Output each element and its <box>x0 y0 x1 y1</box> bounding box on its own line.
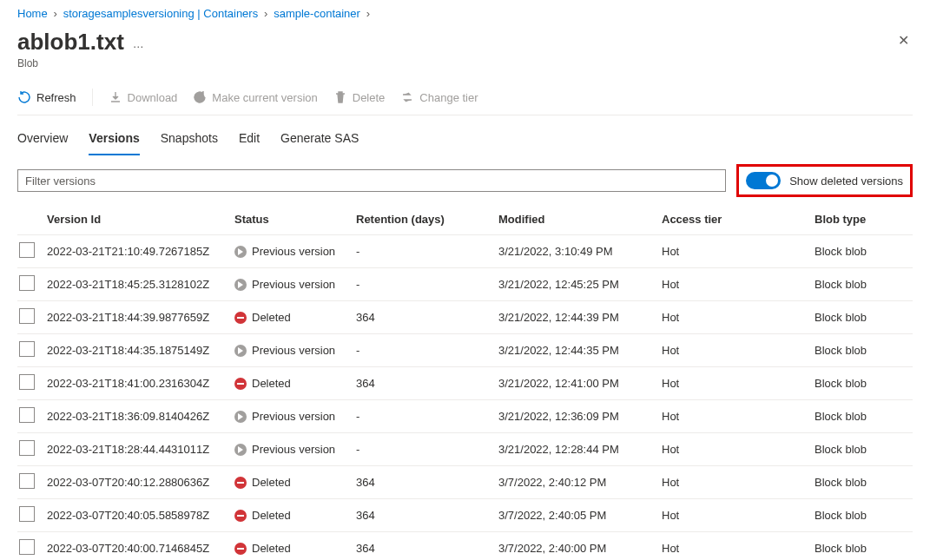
refresh-button[interactable]: Refresh <box>17 90 76 104</box>
tab-overview[interactable]: Overview <box>17 128 68 155</box>
cell-status: Deleted <box>234 466 356 499</box>
cell-retention: 364 <box>356 367 498 400</box>
breadcrumb-home[interactable]: Home <box>17 7 48 20</box>
cell-modified: 3/21/2022, 12:41:00 PM <box>498 367 662 400</box>
col-access-tier[interactable]: Access tier <box>662 204 815 235</box>
cell-status: Previous version <box>234 235 356 268</box>
cell-retention: 364 <box>356 301 498 334</box>
previous-version-icon <box>234 279 247 291</box>
resource-type: Blob <box>17 57 913 82</box>
row-checkbox[interactable] <box>19 473 35 489</box>
cell-version-id: 2022-03-21T21:10:49.7267185Z <box>47 235 234 268</box>
show-deleted-highlight: Show deleted versions <box>736 164 913 197</box>
filter-versions-input[interactable] <box>17 169 726 192</box>
cell-access-tier: Hot <box>662 433 815 466</box>
cell-access-tier: Hot <box>662 499 815 532</box>
delete-label: Delete <box>353 91 386 104</box>
row-checkbox[interactable] <box>19 341 35 357</box>
show-deleted-toggle[interactable] <box>746 172 781 189</box>
table-row[interactable]: 2022-03-21T18:44:39.9877659ZDeleted3643/… <box>17 301 913 334</box>
col-version-id[interactable]: Version Id <box>47 204 234 235</box>
breadcrumb-storage[interactable]: storagesamplesversioning | Containers <box>63 7 259 20</box>
col-retention[interactable]: Retention (days) <box>356 204 498 235</box>
row-checkbox[interactable] <box>19 374 35 390</box>
more-icon[interactable]: … <box>133 29 145 50</box>
cell-retention: - <box>356 334 498 367</box>
cell-status: Previous version <box>234 334 356 367</box>
tab-snapshots[interactable]: Snapshots <box>161 128 218 155</box>
previous-version-icon <box>234 345 247 357</box>
table-row[interactable]: 2022-03-21T18:36:09.8140426ZPrevious ver… <box>17 400 913 433</box>
cell-modified: 3/21/2022, 12:36:09 PM <box>498 400 662 433</box>
make-current-icon <box>193 90 207 104</box>
cell-modified: 3/21/2022, 12:45:25 PM <box>498 268 662 301</box>
cell-modified: 3/7/2022, 2:40:05 PM <box>498 499 662 532</box>
toolbar: Refresh Download Make current version De… <box>17 82 913 115</box>
make-current-button: Make current version <box>193 90 317 104</box>
delete-icon <box>333 90 347 104</box>
cell-retention: 364 <box>356 532 498 561</box>
cell-retention: 364 <box>356 466 498 499</box>
cell-retention: - <box>356 400 498 433</box>
cell-modified: 3/7/2022, 2:40:00 PM <box>498 532 662 561</box>
cell-access-tier: Hot <box>662 268 815 301</box>
cell-access-tier: Hot <box>662 235 815 268</box>
cell-version-id: 2022-03-07T20:40:00.7146845Z <box>47 532 234 561</box>
col-status[interactable]: Status <box>234 204 356 235</box>
table-row[interactable]: 2022-03-07T20:40:05.5858978ZDeleted3643/… <box>17 499 913 532</box>
table-row[interactable]: 2022-03-21T21:10:49.7267185ZPrevious ver… <box>17 235 913 268</box>
tab-generate-sas[interactable]: Generate SAS <box>280 128 359 155</box>
close-icon[interactable]: ✕ <box>894 29 913 52</box>
tab-versions[interactable]: Versions <box>89 128 139 155</box>
row-checkbox[interactable] <box>19 308 35 324</box>
table-row[interactable]: 2022-03-21T18:28:44.4431011ZPrevious ver… <box>17 433 913 466</box>
col-blob-type[interactable]: Blob type <box>815 204 913 235</box>
deleted-icon <box>234 477 247 489</box>
refresh-icon <box>17 90 31 104</box>
previous-version-icon <box>234 246 247 258</box>
change-tier-label: Change tier <box>419 91 478 104</box>
chevron-right-icon: › <box>258 7 274 20</box>
toolbar-separator <box>92 89 93 106</box>
row-checkbox[interactable] <box>19 275 35 291</box>
cell-version-id: 2022-03-21T18:36:09.8140426Z <box>47 400 234 433</box>
cell-blob-type: Block blob <box>815 400 913 433</box>
col-modified[interactable]: Modified <box>498 204 662 235</box>
download-icon <box>109 90 122 104</box>
cell-status: Previous version <box>234 268 356 301</box>
row-checkbox[interactable] <box>19 506 35 522</box>
cell-blob-type: Block blob <box>815 301 913 334</box>
cell-modified: 3/7/2022, 2:40:12 PM <box>498 466 662 499</box>
breadcrumb: Home › storagesamplesversioning | Contai… <box>17 0 913 23</box>
table-row[interactable]: 2022-03-21T18:44:35.1875149ZPrevious ver… <box>17 334 913 367</box>
row-checkbox[interactable] <box>19 539 35 555</box>
cell-blob-type: Block blob <box>815 499 913 532</box>
cell-status: Deleted <box>234 499 356 532</box>
deleted-icon <box>234 378 247 390</box>
cell-version-id: 2022-03-21T18:44:39.9877659Z <box>47 301 234 334</box>
table-row[interactable]: 2022-03-21T18:45:25.3128102ZPrevious ver… <box>17 268 913 301</box>
cell-blob-type: Block blob <box>815 235 913 268</box>
row-checkbox[interactable] <box>19 242 35 258</box>
change-tier-icon <box>400 90 414 104</box>
cell-access-tier: Hot <box>662 466 815 499</box>
cell-blob-type: Block blob <box>815 532 913 561</box>
table-row[interactable]: 2022-03-21T18:41:00.2316304ZDeleted3643/… <box>17 367 913 400</box>
change-tier-button: Change tier <box>400 90 478 104</box>
cell-retention: - <box>356 235 498 268</box>
cell-modified: 3/21/2022, 12:28:44 PM <box>498 433 662 466</box>
row-checkbox[interactable] <box>19 407 35 423</box>
cell-blob-type: Block blob <box>815 334 913 367</box>
cell-status: Previous version <box>234 433 356 466</box>
cell-access-tier: Hot <box>662 334 815 367</box>
cell-access-tier: Hot <box>662 400 815 433</box>
breadcrumb-container[interactable]: sample-container <box>274 7 360 20</box>
deleted-icon <box>234 510 247 522</box>
cell-status: Deleted <box>234 367 356 400</box>
table-row[interactable]: 2022-03-07T20:40:00.7146845ZDeleted3643/… <box>17 532 913 561</box>
cell-retention: - <box>356 268 498 301</box>
cell-version-id: 2022-03-21T18:44:35.1875149Z <box>47 334 234 367</box>
row-checkbox[interactable] <box>19 440 35 456</box>
tab-edit[interactable]: Edit <box>239 128 260 155</box>
table-row[interactable]: 2022-03-07T20:40:12.2880636ZDeleted3643/… <box>17 466 913 499</box>
